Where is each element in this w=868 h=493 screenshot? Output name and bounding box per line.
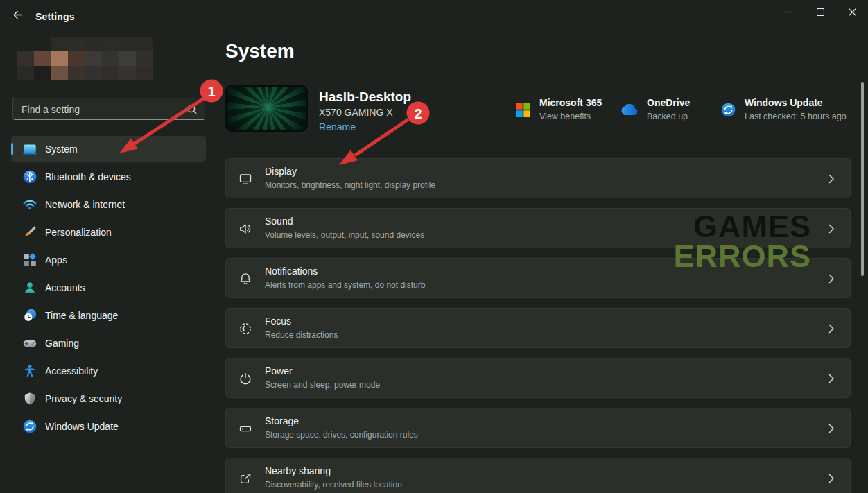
vertical-scrollbar-thumb[interactable] bbox=[861, 82, 864, 276]
sidebar-item-label: Apps bbox=[45, 254, 67, 266]
display-icon bbox=[238, 172, 252, 186]
search-box bbox=[12, 98, 205, 120]
sidebar-item-accounts[interactable]: Accounts bbox=[11, 275, 206, 300]
windows-update-icon bbox=[721, 103, 736, 117]
sidebar-item-label: Bluetooth & devices bbox=[45, 171, 131, 182]
search-input[interactable] bbox=[20, 98, 182, 121]
notifications-icon bbox=[238, 272, 252, 286]
chevron-right-icon bbox=[828, 374, 835, 383]
row-subtitle: Reduce distractions bbox=[265, 330, 338, 340]
sound-icon bbox=[238, 222, 252, 236]
settings-row-power[interactable]: Power Screen and sleep, power mode bbox=[225, 358, 851, 398]
chevron-right-icon bbox=[828, 474, 835, 483]
titlebar: Settings bbox=[0, 0, 868, 28]
maximize-button[interactable] bbox=[804, 0, 836, 24]
sidebar-item-time-language[interactable]: Time & language bbox=[11, 302, 206, 328]
row-title: Display bbox=[265, 166, 297, 177]
rename-link[interactable]: Rename bbox=[319, 121, 356, 132]
settings-row-notifications[interactable]: Notifications Alerts from apps and syste… bbox=[225, 258, 851, 298]
status-card-title: Microsoft 365 bbox=[539, 97, 602, 109]
minimize-icon bbox=[785, 8, 792, 16]
sidebar-item-accessibility[interactable]: Accessibility bbox=[11, 358, 206, 383]
annotation-step-1: 1 bbox=[207, 84, 215, 99]
status-card-subtitle: Last checked: 5 hours ago bbox=[745, 111, 847, 122]
sidebar-item-label: Personalization bbox=[45, 227, 112, 238]
annotation-step-2: 2 bbox=[414, 106, 422, 121]
row-subtitle: Volume levels, output, input, sound devi… bbox=[265, 230, 424, 240]
annotation-arrow-2-line bbox=[355, 119, 408, 155]
search-icon bbox=[186, 104, 198, 115]
back-button[interactable] bbox=[6, 4, 29, 25]
sidebar-item-label: Accessibility bbox=[45, 365, 98, 377]
maximize-icon bbox=[817, 8, 824, 16]
app-title: Settings bbox=[35, 11, 75, 22]
chevron-right-icon bbox=[828, 224, 835, 234]
annotation-circle-2 bbox=[407, 102, 430, 125]
chevron-right-icon bbox=[828, 174, 835, 184]
gaming-icon bbox=[23, 336, 37, 350]
status-card-onedrive[interactable]: OneDrive Backed up bbox=[618, 94, 690, 125]
sidebar-item-windows-update[interactable]: Windows Update bbox=[11, 413, 206, 439]
row-title: Storage bbox=[265, 415, 299, 426]
sidebar-item-personalization[interactable]: Personalization bbox=[11, 219, 206, 245]
focus-icon bbox=[238, 322, 252, 336]
row-title: Nearby sharing bbox=[265, 465, 331, 476]
sidebar-item-label: Accounts bbox=[45, 282, 85, 293]
bluetooth-icon bbox=[23, 170, 37, 184]
sidebar-item-label: Windows Update bbox=[45, 421, 119, 432]
chevron-right-icon bbox=[828, 274, 835, 284]
chevron-right-icon bbox=[828, 324, 835, 334]
windows-update-icon bbox=[23, 420, 37, 433]
privacy-security-icon bbox=[23, 392, 37, 406]
settings-row-focus[interactable]: Focus Reduce distractions bbox=[225, 308, 851, 348]
sidebar-item-gaming[interactable]: Gaming bbox=[11, 330, 206, 356]
row-title: Sound bbox=[265, 216, 293, 227]
sidebar-item-label: System bbox=[45, 144, 78, 155]
row-title: Notifications bbox=[265, 266, 318, 277]
onedrive-icon bbox=[618, 103, 638, 116]
row-subtitle: Discoverability, received files location bbox=[265, 480, 402, 490]
status-card-title: OneDrive bbox=[647, 97, 690, 109]
apps-icon bbox=[23, 253, 37, 267]
accessibility-icon bbox=[23, 364, 37, 378]
storage-icon bbox=[238, 422, 252, 435]
row-subtitle: Storage space, drives, configuration rul… bbox=[265, 430, 418, 440]
settings-row-storage[interactable]: Storage Storage space, drives, configura… bbox=[225, 408, 851, 448]
close-button[interactable] bbox=[836, 0, 868, 24]
selection-indicator bbox=[11, 143, 13, 155]
close-icon bbox=[849, 8, 856, 16]
settings-row-display[interactable]: Display Monitors, brightness, night ligh… bbox=[225, 158, 851, 198]
row-subtitle: Screen and sleep, power mode bbox=[265, 380, 380, 390]
device-model: X570 GAMING X bbox=[319, 107, 393, 118]
chevron-right-icon bbox=[828, 424, 835, 433]
settings-row-nearby-sharing[interactable]: Nearby sharing Discoverability, received… bbox=[225, 458, 851, 493]
back-arrow-icon bbox=[12, 9, 24, 21]
sidebar-item-label: Gaming bbox=[45, 338, 79, 349]
row-subtitle: Monitors, brightness, night light, displ… bbox=[265, 180, 435, 190]
row-subtitle: Alerts from apps and system, do not dist… bbox=[265, 280, 425, 290]
system-icon bbox=[23, 142, 37, 156]
page-title: System bbox=[225, 40, 295, 62]
time-language-icon bbox=[23, 309, 37, 322]
status-card-subtitle: View benefits bbox=[539, 111, 602, 122]
sidebar-item-bluetooth-devices[interactable]: Bluetooth & devices bbox=[11, 164, 206, 189]
power-icon bbox=[238, 372, 252, 386]
sidebar-item-label: Privacy & security bbox=[45, 393, 122, 404]
user-avatar-blur bbox=[17, 37, 153, 80]
status-card-subtitle: Backed up bbox=[647, 111, 690, 122]
row-title: Power bbox=[265, 365, 293, 377]
status-card-microsoft-365[interactable]: Microsoft 365 View benefits bbox=[516, 94, 602, 125]
microsoft-logo bbox=[516, 103, 530, 117]
device-name: Hasib-Desktop bbox=[319, 89, 411, 105]
network-icon bbox=[23, 198, 37, 211]
row-title: Focus bbox=[265, 315, 291, 327]
personalization-icon bbox=[23, 225, 37, 239]
minimize-button[interactable] bbox=[772, 0, 804, 24]
sidebar-item-apps[interactable]: Apps bbox=[11, 247, 206, 273]
status-card-windows-update[interactable]: Windows Update Last checked: 5 hours ago bbox=[721, 94, 847, 125]
sidebar-item-system[interactable]: System bbox=[11, 136, 206, 162]
settings-row-sound[interactable]: Sound Volume levels, output, input, soun… bbox=[225, 208, 851, 248]
sidebar-item-network-internet[interactable]: Network & internet bbox=[11, 191, 206, 217]
sidebar-item-privacy-security[interactable]: Privacy & security bbox=[11, 386, 206, 411]
device-wallpaper-thumbnail bbox=[225, 85, 308, 132]
